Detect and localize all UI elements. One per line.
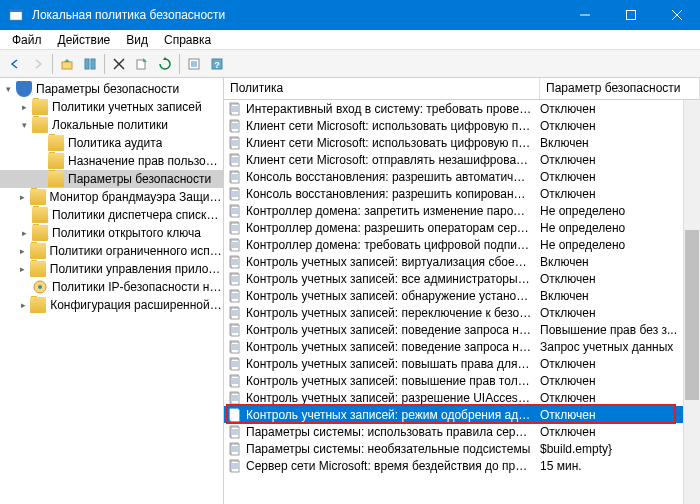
policy-value: Запрос учетных данных [540,340,700,354]
policy-row[interactable]: Контроль учетных записей: разрешение UIA… [224,389,700,406]
minimize-button[interactable] [562,0,608,30]
svg-rect-116 [231,427,239,438]
show-hide-button[interactable] [79,53,101,75]
policy-icon [227,441,243,457]
policy-name: Интерактивный вход в систему: требовать … [246,102,540,116]
policy-icon [227,237,243,253]
column-setting[interactable]: Параметр безопасности [540,78,700,99]
delete-button[interactable] [108,53,130,75]
policy-row[interactable]: Контроллер домена: разрешить операторам … [224,219,700,236]
menu-view[interactable]: Вид [118,31,156,49]
policy-row[interactable]: Консоль восстановления: разрешить автома… [224,168,700,185]
policy-row[interactable]: Консоль восстановления: разрешить копиро… [224,185,700,202]
tree-advanced-audit[interactable]: ▸ Конфигурация расширенной полит [0,296,223,314]
expand-icon[interactable]: ▸ [16,99,32,115]
tree-account-policies[interactable]: ▸ Политики учетных записей [0,98,223,116]
svg-rect-6 [62,62,72,69]
refresh-button[interactable] [154,53,176,75]
policy-row[interactable]: Контроль учетных записей: поведение запр… [224,338,700,355]
menu-action[interactable]: Действие [50,31,119,49]
help-button[interactable]: ? [206,53,228,75]
expand-icon[interactable]: ▾ [0,81,16,97]
policy-name: Консоль восстановления: разрешить копиро… [246,187,540,201]
policy-row[interactable]: Контроль учетных записей: поведение запр… [224,321,700,338]
expand-icon[interactable]: ▸ [16,261,30,277]
menu-file[interactable]: Файл [4,31,50,49]
policy-icon [227,271,243,287]
policy-name: Контроль учетных записей: разрешение UIA… [246,391,540,405]
policy-icon [227,424,243,440]
svg-rect-51 [231,206,239,217]
maximize-button[interactable] [608,0,654,30]
policy-row[interactable]: Клиент сети Microsoft: отправлять незаши… [224,151,700,168]
policy-name: Консоль восстановления: разрешить автома… [246,170,540,184]
svg-rect-46 [231,189,239,200]
export-button[interactable] [131,53,153,75]
tree-ip-security[interactable]: Политики IP-безопасности на "Лок [0,278,223,296]
policy-row[interactable]: Контроль учетных записей: повышение прав… [224,372,700,389]
policy-name: Контроль учетных записей: все администра… [246,272,540,286]
tree-restricted[interactable]: ▸ Политики ограниченного использова [0,242,223,260]
policy-row[interactable]: Контроллер домена: запретить изменение п… [224,202,700,219]
svg-rect-21 [231,104,239,115]
policy-row[interactable]: Параметры системы: использовать правила … [224,423,700,440]
expand-icon[interactable]: ▸ [16,189,30,205]
policy-row[interactable]: Контроль учетных записей: виртуализация … [224,253,700,270]
tree-app-control[interactable]: ▸ Политики управления приложением [0,260,223,278]
svg-rect-56 [231,223,239,234]
policy-row[interactable]: Параметры системы: необязательные подсис… [224,440,700,457]
expand-icon[interactable]: ▸ [16,297,30,313]
policy-value: Отключен [540,153,700,167]
folder-icon [30,189,46,205]
policy-row[interactable]: Клиент сети Microsoft: использовать цифр… [224,117,700,134]
policy-name: Параметры системы: использовать правила … [246,425,540,439]
back-button[interactable] [4,53,26,75]
policy-row[interactable]: Контроль учетных записей: обнаружение ус… [224,287,700,304]
tree-public-key[interactable]: ▸ Политики открытого ключа [0,224,223,242]
tree-security-options[interactable]: Параметры безопасности [0,170,223,188]
tree-user-rights[interactable]: Назначение прав пользователя [0,152,223,170]
tree-firewall[interactable]: ▸ Монитор брандмауэра Защитника W [0,188,223,206]
expand-icon[interactable]: ▾ [16,117,32,133]
scrollbar[interactable] [683,100,700,504]
policy-icon [227,135,243,151]
policy-value: Включен [540,255,700,269]
policy-row[interactable]: Сервер сети Microsoft: время бездействия… [224,457,700,474]
svg-rect-3 [627,11,636,20]
policy-row[interactable]: Контроль учетных записей: повышать права… [224,355,700,372]
tree-network-list[interactable]: Политики диспетчера списка сетей [0,206,223,224]
folder-icon [48,135,64,151]
forward-button[interactable] [27,53,49,75]
column-policy[interactable]: Политика [224,78,540,99]
policy-icon [227,339,243,355]
policy-row[interactable]: Контроль учетных записей: режим одобрени… [224,406,700,423]
svg-rect-1 [10,10,22,12]
policy-name: Сервер сети Microsoft: время бездействия… [246,459,540,473]
up-button[interactable] [56,53,78,75]
properties-button[interactable] [183,53,205,75]
svg-rect-101 [231,376,239,387]
policy-row[interactable]: Контроль учетных записей: переключение к… [224,304,700,321]
policy-value: $build.empty} [540,442,700,456]
close-button[interactable] [654,0,700,30]
tree-local-policies[interactable]: ▾ Локальные политики [0,116,223,134]
list-pane: Политика Параметр безопасности Интеракти… [224,78,700,504]
list-body: Интерактивный вход в систему: требовать … [224,100,700,504]
expand-icon[interactable]: ▸ [16,225,32,241]
policy-row[interactable]: Контроллер домена: требовать цифровой по… [224,236,700,253]
expand-icon[interactable]: ▸ [16,243,30,259]
ip-security-icon [32,279,48,295]
policy-row[interactable]: Интерактивный вход в систему: требовать … [224,100,700,117]
svg-rect-111 [231,410,239,421]
policy-icon [227,101,243,117]
tree-audit-policy[interactable]: Политика аудита [0,134,223,152]
folder-icon [48,153,64,169]
scrollbar-thumb[interactable] [685,230,699,400]
policy-icon [227,458,243,474]
policy-name: Контроль учетных записей: повышение прав… [246,374,540,388]
policy-row[interactable]: Клиент сети Microsoft: использовать цифр… [224,134,700,151]
tree-root[interactable]: ▾ Параметры безопасности [0,80,223,98]
menu-help[interactable]: Справка [156,31,219,49]
policy-row[interactable]: Контроль учетных записей: все администра… [224,270,700,287]
app-icon [8,7,24,23]
